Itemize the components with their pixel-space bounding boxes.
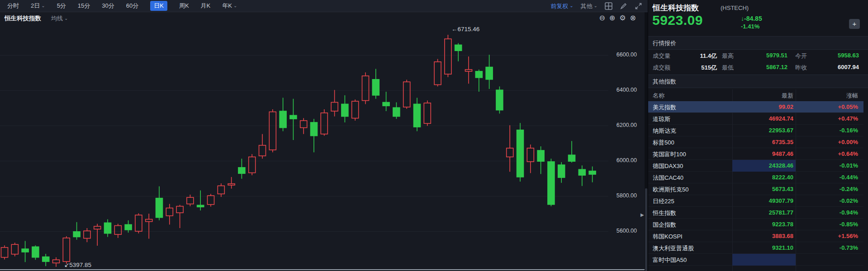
index-row-富时中国A50[interactable]: 富时中国A50 <box>648 254 863 266</box>
index-last-price: 99.02 <box>732 103 793 110</box>
divider-scrollbar-thumb[interactable] <box>645 188 647 271</box>
quote-value: 6007.94 <box>814 64 859 70</box>
quote-value: 5979.51 <box>747 52 787 59</box>
candle <box>475 71 482 78</box>
index-name: 标普500 <box>653 139 674 147</box>
panel-collapse-handle[interactable]: ▶ <box>640 212 644 217</box>
index-last-price: 3883.68 <box>732 233 793 239</box>
candle <box>228 184 235 185</box>
candle <box>146 219 152 221</box>
index-row-英国富时100[interactable]: 英国富时1009487.46+0.64% <box>648 148 863 160</box>
index-row-道琼斯[interactable]: 道琼斯46924.74+0.47% <box>648 113 863 125</box>
period-tab-月K[interactable]: 月K <box>201 2 211 10</box>
candle <box>321 113 327 134</box>
candle <box>517 130 524 177</box>
ma-indicator-dropdown[interactable]: 均线 ⌄ <box>51 14 68 23</box>
chevron-down-icon: ⌄ <box>594 3 598 8</box>
period-tab-15分[interactable]: 15分 <box>78 2 90 10</box>
chevron-down-icon: ⌄ <box>233 3 237 8</box>
low-price-annotation: ↙5397.85 <box>64 261 91 268</box>
period-tabs: 分时2日⌄5分15分30分60分日K周K月K年K⌄ <box>0 1 237 11</box>
period-tab-日K[interactable]: 日K <box>150 1 167 11</box>
index-change-percent: +0.05% <box>796 103 858 110</box>
more-dropdown[interactable]: 其他 ⌄ <box>581 2 598 10</box>
candle <box>197 205 204 207</box>
period-tab-5分[interactable]: 5分 <box>57 2 66 10</box>
adjust-mode-dropdown[interactable]: 前复权 ⌄ <box>550 2 573 10</box>
quote-panel: 恒生科技指数 (HSTECH) 5923.09 ↓-84.85 -1.41% +… <box>648 0 868 271</box>
fullscreen-icon[interactable] <box>635 2 642 10</box>
index-row-标普500[interactable]: 标普5006735.35+0.00% <box>648 136 863 148</box>
candle <box>414 104 421 127</box>
quote-section-header: 行情报价 <box>648 36 868 50</box>
zoom-in-icon[interactable]: ⊕ <box>609 14 615 22</box>
down-arrow-icon: ↓ <box>741 15 744 22</box>
index-name: 法国CAC40 <box>653 174 683 182</box>
index-row-恒生指数[interactable]: 恒生指数25781.77-0.94% <box>648 207 863 219</box>
add-to-watchlist-button[interactable]: + <box>849 19 860 29</box>
period-tab-2日[interactable]: 2日⌄ <box>31 2 45 10</box>
period-tab-60分[interactable]: 60分 <box>126 2 138 10</box>
candle <box>280 111 286 128</box>
chart-zoom-controls: ⊖ ⊕ ⚙ ⊗ <box>599 14 636 22</box>
table-column-header[interactable]: 最新 <box>732 92 793 100</box>
layout-grid-icon[interactable] <box>605 2 612 10</box>
period-tab-分时[interactable]: 分时 <box>7 2 19 10</box>
index-last-price: 25781.77 <box>732 209 793 216</box>
period-tab-年K[interactable]: 年K⌄ <box>222 2 237 10</box>
candle <box>455 45 462 51</box>
change-value: -84.85 <box>744 15 762 22</box>
index-code: (HSTECH) <box>721 5 749 11</box>
candle <box>11 244 18 254</box>
candle <box>269 112 276 150</box>
candle <box>548 162 555 205</box>
arrow-down-left-icon: ↙ <box>64 262 69 268</box>
period-tab-30分[interactable]: 30分 <box>102 2 114 10</box>
index-row-韩国KOSPI[interactable]: 韩国KOSPI3883.68+1.56% <box>648 230 863 242</box>
index-name: 恒生指数 <box>653 209 676 217</box>
candle <box>259 145 266 156</box>
candle <box>589 171 596 174</box>
index-name: 欧洲斯托克50 <box>653 186 688 194</box>
table-column-header[interactable]: 名称 <box>653 92 664 100</box>
index-name: 纳斯达克 <box>653 127 676 135</box>
index-change-percent: -0.94% <box>796 209 858 216</box>
quote-label: 昨收 <box>795 64 807 72</box>
close-chart-icon[interactable]: ⊗ <box>630 14 636 22</box>
index-last-price: 5673.43 <box>732 186 793 192</box>
candle <box>579 169 585 175</box>
drawing-brush-icon[interactable] <box>620 2 627 10</box>
index-row-澳大利亚普通股[interactable]: 澳大利亚普通股9321.10-0.73% <box>648 242 863 254</box>
price-flash-highlight <box>732 254 796 266</box>
candle <box>558 165 565 178</box>
more-label: 其他 <box>581 2 593 10</box>
index-last-price: 9223.78 <box>732 221 793 228</box>
index-row-法国CAC40[interactable]: 法国CAC408222.40-0.44% <box>648 172 863 183</box>
index-row-纳斯达克[interactable]: 纳斯达克22953.67-0.16% <box>648 125 863 136</box>
time-axis-line <box>0 269 645 270</box>
index-row-国企指数[interactable]: 国企指数9223.78-0.85% <box>648 219 863 230</box>
high-price-annotation: ←6715.46 <box>451 26 479 33</box>
candle <box>393 107 400 117</box>
period-tab-周K[interactable]: 周K <box>179 2 189 10</box>
index-row-日经225[interactable]: 日经22549307.79-0.02% <box>648 195 863 207</box>
index-row-美元指数[interactable]: 美元指数99.02+0.05% <box>648 101 863 113</box>
candle <box>383 103 389 106</box>
zoom-out-icon[interactable]: ⊖ <box>599 14 605 22</box>
index-last-price: 46924.74 <box>732 115 793 122</box>
index-row-德国DAX30[interactable]: 德国DAX3024328.46-0.01% <box>648 160 863 172</box>
chart-settings-gear-icon[interactable]: ⚙ <box>619 14 626 22</box>
candle <box>176 206 183 213</box>
index-row-欧洲斯托克50[interactable]: 欧洲斯托克505673.43-0.24% <box>648 183 863 195</box>
candle <box>104 223 111 233</box>
candle <box>63 238 70 262</box>
high-price-label: 6715.46 <box>458 26 480 33</box>
index-name: 美元指数 <box>653 103 676 112</box>
candle <box>362 76 369 101</box>
candle <box>135 215 142 231</box>
index-change-percent: -0.16% <box>796 127 858 134</box>
quote-label: 最低 <box>722 64 734 72</box>
index-name: 道琼斯 <box>653 115 670 123</box>
candlestick-chart-area[interactable]: 恒生科技指数 均线 ⌄ ⊖ ⊕ ⚙ ⊗ 6600.006400.006200.0… <box>0 12 648 271</box>
table-column-header[interactable]: 涨幅 <box>796 92 858 100</box>
